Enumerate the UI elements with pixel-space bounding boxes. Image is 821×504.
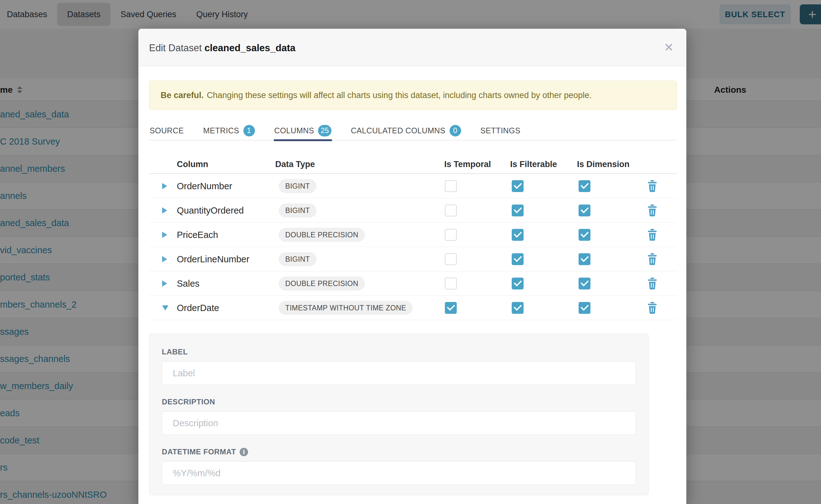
column-row: OrderNumber BIGINT: [149, 174, 677, 198]
tab-columns[interactable]: COLUMNS 25: [274, 121, 332, 140]
column-row: OrderLineNumber BIGINT: [149, 247, 677, 271]
datetime-format-field-label: DATETIME FORMAT: [162, 447, 636, 456]
is-temporal-checkbox[interactable]: [445, 180, 457, 192]
is-dimension-checkbox[interactable]: [579, 302, 591, 314]
column-type-badge: DOUBLE PRECISION: [279, 276, 365, 290]
is-temporal-checkbox[interactable]: [445, 205, 457, 216]
delete-column-button[interactable]: [647, 205, 658, 216]
column-name: OrderDate: [177, 303, 219, 313]
expand-caret-icon[interactable]: [162, 280, 167, 287]
delete-column-button[interactable]: [647, 229, 658, 241]
is-filterable-checkbox[interactable]: [512, 302, 524, 314]
column-header-is-filterable: Is Filterable: [510, 159, 557, 169]
tab-label: COLUMNS: [274, 126, 314, 135]
trash-icon: [647, 278, 658, 289]
column-type-badge: BIGINT: [279, 179, 316, 193]
is-dimension-checkbox[interactable]: [579, 278, 591, 289]
is-filterable-checkbox[interactable]: [512, 180, 524, 192]
modal-tabs: SOURCE METRICS 1 COLUMNS 25 CALCULATED C…: [149, 121, 677, 141]
column-header-column: Column: [177, 159, 208, 169]
description-field-label-text: DESCRIPTION: [162, 398, 215, 406]
trash-icon: [647, 302, 658, 314]
column-row: PriceEach DOUBLE PRECISION: [149, 223, 677, 247]
is-filterable-checkbox[interactable]: [512, 278, 524, 289]
column-name: PriceEach: [177, 230, 218, 240]
modal-header: Edit Dataset cleaned_sales_data ✕: [138, 29, 686, 66]
tab-source[interactable]: SOURCE: [149, 121, 184, 140]
expand-caret-icon[interactable]: [162, 305, 168, 310]
description-field-label: DESCRIPTION: [162, 398, 636, 406]
warning-banner: Be careful. Changing these settings will…: [149, 81, 677, 110]
is-temporal-checkbox[interactable]: [445, 278, 457, 289]
column-row: Sales DOUBLE PRECISION: [149, 271, 677, 296]
expand-caret-icon[interactable]: [162, 207, 167, 214]
delete-column-button[interactable]: [647, 253, 658, 265]
trash-icon: [647, 205, 658, 216]
description-input[interactable]: [162, 411, 636, 435]
is-dimension-checkbox[interactable]: [579, 229, 591, 241]
columns-table-body: OrderNumber BIGINT QuantityOrdered BIGIN…: [149, 174, 677, 320]
is-temporal-checkbox[interactable]: [445, 229, 457, 241]
is-filterable-checkbox[interactable]: [512, 205, 524, 216]
trash-icon: [647, 253, 658, 265]
tab-settings[interactable]: SETTINGS: [480, 121, 521, 140]
tab-label: SETTINGS: [481, 126, 521, 135]
column-row: OrderDate TIMESTAMP WITHOUT TIME ZONE: [149, 296, 677, 320]
delete-column-button[interactable]: [647, 180, 658, 192]
column-row: QuantityOrdered BIGINT: [149, 198, 677, 223]
column-header-data-type: Data Type: [275, 159, 315, 169]
column-type-badge: TIMESTAMP WITHOUT TIME ZONE: [279, 301, 413, 315]
tab-label: CALCULATED COLUMNS: [351, 126, 446, 135]
warning-bold-text: Be careful.: [161, 91, 204, 100]
column-type-badge: BIGINT: [279, 252, 316, 266]
expand-caret-icon[interactable]: [162, 183, 167, 189]
modal-title: Edit Dataset cleaned_sales_data: [149, 42, 295, 54]
app-window: DatabasesDatasetsSaved QueriesQuery Hist…: [0, 0, 821, 504]
column-type-badge: DOUBLE PRECISION: [279, 228, 365, 242]
column-name: OrderNumber: [177, 181, 232, 191]
modal-title-prefix: Edit Dataset: [149, 42, 202, 53]
expand-caret-icon[interactable]: [162, 256, 167, 262]
delete-column-button[interactable]: [647, 302, 658, 314]
columns-table-header: Column Data Type Is Temporal Is Filterab…: [149, 155, 677, 174]
column-name: QuantityOrdered: [177, 205, 244, 215]
label-field-label-text: LABEL: [162, 348, 188, 356]
column-header-is-temporal: Is Temporal: [444, 159, 491, 169]
trash-icon: [647, 229, 658, 241]
is-temporal-checkbox[interactable]: [445, 302, 457, 314]
edit-dataset-modal: Edit Dataset cleaned_sales_data ✕ Be car…: [138, 29, 686, 504]
trash-icon: [647, 180, 658, 192]
label-input[interactable]: [162, 361, 636, 385]
column-edit-panel: LABEL DESCRIPTION DATETIME FORMAT: [149, 334, 649, 495]
tab-metrics[interactable]: METRICS 1: [202, 121, 255, 140]
close-icon[interactable]: ✕: [660, 38, 678, 57]
column-name: OrderLineNumber: [177, 254, 249, 264]
datetime-format-label-text: DATETIME FORMAT: [162, 447, 236, 456]
datetime-format-input[interactable]: [162, 461, 636, 485]
is-dimension-checkbox[interactable]: [579, 180, 591, 192]
column-header-is-dimension: Is Dimension: [577, 159, 630, 169]
warning-text: Changing these settings will affect all …: [207, 91, 592, 100]
tab-label: METRICS: [203, 126, 239, 135]
tab-count-badge: 0: [450, 125, 461, 136]
tab-label: SOURCE: [150, 126, 184, 135]
tab-count-badge: 25: [318, 125, 331, 136]
tab-calculated-columns[interactable]: CALCULATED COLUMNS 0: [350, 121, 462, 140]
is-dimension-checkbox[interactable]: [579, 253, 591, 265]
modal-title-dataset-name: cleaned_sales_data: [205, 42, 295, 53]
is-filterable-checkbox[interactable]: [512, 253, 524, 265]
label-field-label: LABEL: [162, 348, 636, 356]
tab-count-badge: 1: [243, 125, 255, 136]
delete-column-button[interactable]: [647, 278, 658, 289]
info-icon[interactable]: [240, 448, 248, 456]
is-filterable-checkbox[interactable]: [512, 229, 524, 241]
is-temporal-checkbox[interactable]: [445, 253, 457, 265]
expand-caret-icon[interactable]: [162, 232, 167, 238]
is-dimension-checkbox[interactable]: [579, 205, 591, 216]
column-type-badge: BIGINT: [279, 203, 316, 217]
column-name: Sales: [177, 278, 200, 289]
